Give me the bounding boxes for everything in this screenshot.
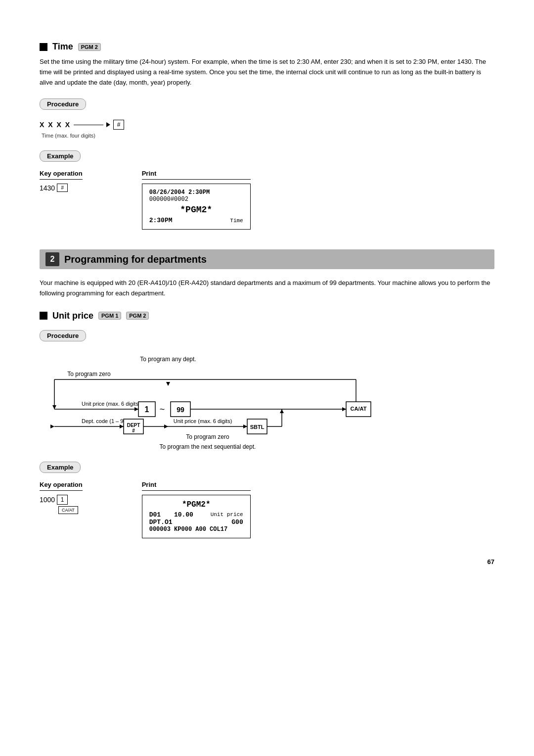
- unit-d01: D01: [149, 511, 161, 519]
- receipt-time-val: 2:30PM: [149, 217, 173, 224]
- arrow-down-left: [52, 405, 56, 409]
- arrow-down-1: [166, 382, 170, 386]
- caat-key-row: CA/AT: [58, 506, 78, 514]
- arrow-head: [106, 122, 110, 127]
- hash-key-time: #: [113, 120, 124, 130]
- key-1-unit: 1: [57, 495, 68, 505]
- pgm2-badge-up: PGM 2: [126, 312, 149, 320]
- time-example-table: Key operation 1430 # Print 08/26/2004 2:…: [40, 170, 494, 230]
- print-col: Print 08/26/2004 2:30PM 000000#0002 *PGM…: [142, 170, 251, 230]
- key-op-value: 1430 #: [40, 184, 83, 192]
- label-next-dept: To program the next sequential dept.: [160, 443, 256, 450]
- key-op-header: Key operation: [40, 170, 83, 180]
- tilde-text: ~: [160, 404, 165, 414]
- arrow-line-h: [74, 125, 103, 125]
- time-note: Time (max. four digits): [42, 133, 494, 139]
- time-title: Time: [52, 42, 73, 52]
- procedure-badge-time: Procedure: [40, 98, 86, 110]
- unit-heading-icon: [40, 312, 47, 320]
- time-procedure-diagram: X X X X # Time (max. four digits): [40, 120, 494, 139]
- procedure-badge-unit: Procedure: [40, 330, 86, 341]
- unit-price-subsection: Unit price PGM 1 PGM 2 Procedure To prog…: [40, 311, 494, 538]
- arrow-right-2: [342, 407, 346, 411]
- label-zero: To program zero: [67, 371, 111, 378]
- label-zero-bottom: To program zero: [186, 433, 229, 440]
- key-1-text: 1: [145, 405, 149, 414]
- hash-key-example: #: [57, 184, 68, 192]
- example-badge-unit: Example: [40, 462, 81, 473]
- unit-receipt-line2: D01 10.00 Unit price: [149, 511, 243, 519]
- programming-section: 2 Programming for departments Your machi…: [40, 249, 494, 538]
- unit-price-svg: To program any dept. To program zero Uni…: [40, 352, 425, 451]
- arrow-right-dept3: [164, 425, 168, 428]
- receipt-date-time: 08/26/2004 2:30PM: [149, 189, 210, 196]
- pgm1-badge: PGM 1: [98, 312, 121, 320]
- unit-receipt-line1: *PGM2*: [149, 500, 243, 509]
- unit-g00: G00: [231, 519, 243, 526]
- unit-price-heading: Unit price PGM 1 PGM 2: [40, 311, 494, 321]
- key-hash-dept: #: [132, 428, 135, 433]
- key-1000: 1000: [40, 496, 55, 504]
- unit-receipt-line4: 000003 KP000 A00 COL17: [149, 526, 243, 533]
- label-dept-code: Dept. code (1 – 99): [82, 418, 128, 424]
- arrow-right-sbtl: [243, 425, 247, 428]
- time-body: Set the time using the military time (24…: [40, 57, 494, 88]
- key-dept-text: DEPT: [127, 423, 140, 428]
- time-annotation: Time: [230, 218, 243, 224]
- heading-icon: [40, 43, 47, 51]
- arrow-up-sbtl: [280, 409, 284, 413]
- unit-price-val: 10.00: [174, 511, 193, 519]
- receipt-line3: *PGM2*: [149, 205, 243, 215]
- arrow-right-dept2: [120, 425, 124, 428]
- programming-body: Your machine is equipped with 20 (ER-A41…: [40, 278, 494, 299]
- section-number: 2: [45, 252, 59, 266]
- unit-print-col: Print *PGM2* D01 10.00 Unit price DPT.O1…: [142, 481, 251, 538]
- arrow-right-1: [134, 407, 138, 411]
- unit-price-annotation: Unit price: [211, 512, 243, 518]
- caat-key-small: CA/AT: [58, 506, 78, 514]
- unit-key-row: 1000 1: [40, 495, 68, 505]
- arrow-right-dept: [50, 425, 54, 428]
- key-sbtl-text: SBTL: [250, 424, 265, 430]
- key-op-col: Key operation 1430 #: [40, 170, 83, 230]
- unit-print-header: Print: [142, 481, 251, 491]
- pgm2-badge: PGM 2: [78, 43, 101, 51]
- section-title-bar: 2 Programming for departments: [40, 249, 494, 269]
- unit-receipt-line3: DPT.O1 G00: [149, 519, 243, 526]
- unit-key-op-value: 1000 1 CA/AT: [40, 495, 83, 514]
- receipt-line1: 08/26/2004 2:30PM: [149, 189, 243, 196]
- receipt-line4: 2:30PM Time: [149, 217, 243, 224]
- unit-price-diagram: To program any dept. To program zero Uni…: [40, 352, 494, 453]
- example-badge-time: Example: [40, 150, 81, 162]
- xxxx-label: X X X X: [40, 121, 71, 129]
- section-title: Programming for departments: [64, 254, 207, 265]
- time-section: Time PGM 2 Set the time using the milita…: [40, 42, 494, 230]
- label-any-dept: To program any dept.: [140, 356, 196, 363]
- label-unit-price-2: Unit price (max. 6 digits): [174, 418, 232, 424]
- unit-key-op-header: Key operation: [40, 481, 83, 491]
- procedure-arrow-row: X X X X #: [40, 120, 494, 130]
- unit-receipt: *PGM2* D01 10.00 Unit price DPT.O1 G00 0…: [142, 495, 251, 538]
- key-99-text: 99: [177, 406, 184, 414]
- page-number: 67: [40, 558, 494, 566]
- unit-key-op-col: Key operation 1000 1 CA/AT: [40, 481, 83, 538]
- key-1430: 1430: [40, 184, 55, 192]
- receipt-line2: 000000#0002: [149, 196, 243, 203]
- time-receipt: 08/26/2004 2:30PM 000000#0002 *PGM2* 2:3…: [142, 184, 251, 230]
- unit-price-example-table: Key operation 1000 1 CA/AT Print *PGM2*: [40, 481, 494, 538]
- unit-price-title: Unit price: [52, 311, 93, 321]
- label-unit-price-main: Unit price (max. 6 digits): [82, 401, 140, 407]
- unit-dpt: DPT.O1: [149, 519, 173, 526]
- print-header: Print: [142, 170, 251, 180]
- time-heading: Time PGM 2: [40, 42, 494, 52]
- key-caat-text: CA/AT: [351, 406, 367, 412]
